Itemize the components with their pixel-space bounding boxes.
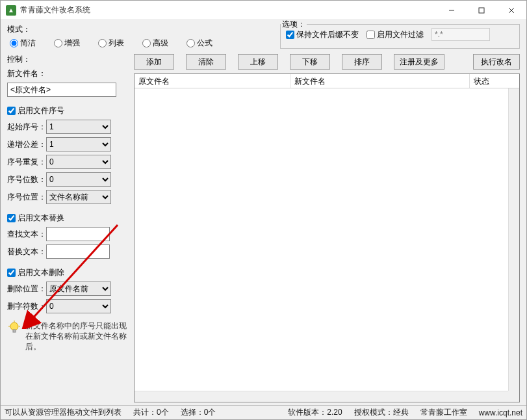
close-button[interactable] xyxy=(496,1,526,20)
replace-input[interactable] xyxy=(46,244,110,259)
mode-group: 模式： 简洁 增强 列表 高级 公式 xyxy=(7,24,267,49)
svg-rect-5 xyxy=(13,330,16,332)
sort-button[interactable]: 排序 xyxy=(342,54,382,70)
options-group: 选项： 保持文件后缀不变 启用文件过滤 xyxy=(280,24,520,49)
down-button[interactable]: 下移 xyxy=(290,54,330,70)
up-button[interactable]: 上移 xyxy=(238,54,278,70)
delcnt-label: 删字符数： xyxy=(7,301,44,312)
main-row: 控制： 新文件名： 启用文件序号 起始序号：1 递增公差：1 序号重复：0 序号… xyxy=(7,54,520,402)
status-url: www.icqt.net xyxy=(479,408,522,417)
app-window: ▲ 常青藤文件改名系统 模式： 简洁 增强 列表 高级 公式 选项： xyxy=(0,0,527,420)
table-header: 原文件名 新文件名 状态 xyxy=(135,74,519,88)
pos-select[interactable]: 文件名称前 xyxy=(46,190,111,204)
minimize-button[interactable] xyxy=(437,1,467,20)
step-select[interactable]: 1 xyxy=(46,137,111,151)
step-label: 递增公差： xyxy=(7,139,44,150)
app-icon: ▲ xyxy=(6,5,16,16)
delpos-label: 删除位置： xyxy=(7,283,44,295)
window-title: 常青藤文件改名系统 xyxy=(20,5,437,16)
replace-label: 替换文本： xyxy=(7,246,44,257)
keep-ext-checkbox[interactable]: 保持文件后缀不变 xyxy=(286,29,359,40)
mode-radio-list[interactable]: 列表 xyxy=(98,38,124,49)
button-row: 添加 清除 上移 下移 排序 注册及更多 执行改名 xyxy=(134,54,520,70)
file-table[interactable]: 原文件名 新文件名 状态 xyxy=(134,73,520,402)
start-label: 起始序号： xyxy=(7,122,44,133)
status-total: 共计：0个 xyxy=(133,407,169,418)
mode-label: 模式： xyxy=(7,24,267,35)
enable-delete-checkbox[interactable]: 启用文本删除 xyxy=(7,267,127,278)
status-bar: 可以从资源管理器拖动文件到列表 共计：0个 选择：0个 软件版本：2.20 授权… xyxy=(1,405,526,419)
scrollbar-corner xyxy=(508,391,519,402)
status-select: 选择：0个 xyxy=(181,407,216,418)
new-name-input[interactable] xyxy=(7,83,116,97)
enable-seq-checkbox[interactable]: 启用文件序号 xyxy=(7,105,127,116)
delcnt-select[interactable]: 0 xyxy=(46,299,111,313)
status-drag: 可以从资源管理器拖动文件到列表 xyxy=(5,407,122,418)
mode-radio-formula[interactable]: 公式 xyxy=(186,38,212,49)
filter-input[interactable] xyxy=(431,28,490,41)
find-input[interactable] xyxy=(46,227,110,241)
status-license: 授权模式：经典 xyxy=(354,407,409,418)
horizontal-scrollbar[interactable] xyxy=(135,391,508,402)
top-row: 模式： 简洁 增强 列表 高级 公式 选项： 保持文件后缀不变 启用文件过滤 xyxy=(7,24,520,49)
run-button[interactable]: 执行改名 xyxy=(473,54,520,70)
repeat-select[interactable]: 0 xyxy=(46,155,111,169)
table-body[interactable] xyxy=(135,88,519,402)
right-panel: 添加 清除 上移 下移 排序 注册及更多 执行改名 原文件名 新文件名 状态 xyxy=(134,54,520,402)
status-version: 软件版本：2.20 xyxy=(288,407,342,418)
svg-rect-1 xyxy=(479,8,484,13)
status-studio: 常青藤工作室 xyxy=(420,407,467,418)
options-label: 选项： xyxy=(281,19,307,30)
svg-point-4 xyxy=(10,322,18,330)
col-new[interactable]: 新文件名 xyxy=(290,74,470,88)
col-status[interactable]: 状态 xyxy=(470,74,519,88)
digits-select[interactable]: 0 xyxy=(46,172,111,187)
more-button[interactable]: 注册及更多 xyxy=(394,54,444,70)
window-controls xyxy=(437,1,526,20)
content-area: 模式： 简洁 增强 列表 高级 公式 选项： 保持文件后缀不变 启用文件过滤 xyxy=(1,20,526,405)
titlebar: ▲ 常青藤文件改名系统 xyxy=(1,1,526,20)
mode-radios: 简洁 增强 列表 高级 公式 xyxy=(7,38,267,49)
enable-filter-checkbox[interactable]: 启用文件过滤 xyxy=(366,29,424,40)
lightbulb-icon xyxy=(7,321,21,335)
left-panel: 控制： 新文件名： 启用文件序号 起始序号：1 递增公差：1 序号重复：0 序号… xyxy=(7,54,127,402)
clear-button[interactable]: 清除 xyxy=(186,54,226,70)
hint-text: 新文件名称中的序号只能出现在新文件名称前或新文件名称后。 xyxy=(25,321,127,352)
pos-label: 序号位置： xyxy=(7,192,44,203)
digits-label: 序号位数： xyxy=(7,174,44,185)
new-name-label: 新文件名： xyxy=(7,68,127,79)
col-original[interactable]: 原文件名 xyxy=(135,74,290,88)
vertical-scrollbar[interactable] xyxy=(508,88,519,391)
add-button[interactable]: 添加 xyxy=(134,54,174,70)
find-label: 查找文本： xyxy=(7,229,44,240)
repeat-label: 序号重复： xyxy=(7,157,44,168)
mode-radio-simple[interactable]: 简洁 xyxy=(10,38,36,49)
delpos-select[interactable]: 原文件名前 xyxy=(46,282,111,296)
hint: 新文件名称中的序号只能出现在新文件名称前或新文件名称后。 xyxy=(7,321,127,352)
enable-replace-checkbox[interactable]: 启用文本替换 xyxy=(7,213,127,224)
mode-radio-advanced[interactable]: 高级 xyxy=(142,38,168,49)
start-select[interactable]: 1 xyxy=(46,120,111,134)
maximize-button[interactable] xyxy=(467,1,496,20)
mode-radio-enhanced[interactable]: 增强 xyxy=(54,38,80,49)
control-label: 控制： xyxy=(7,54,127,65)
